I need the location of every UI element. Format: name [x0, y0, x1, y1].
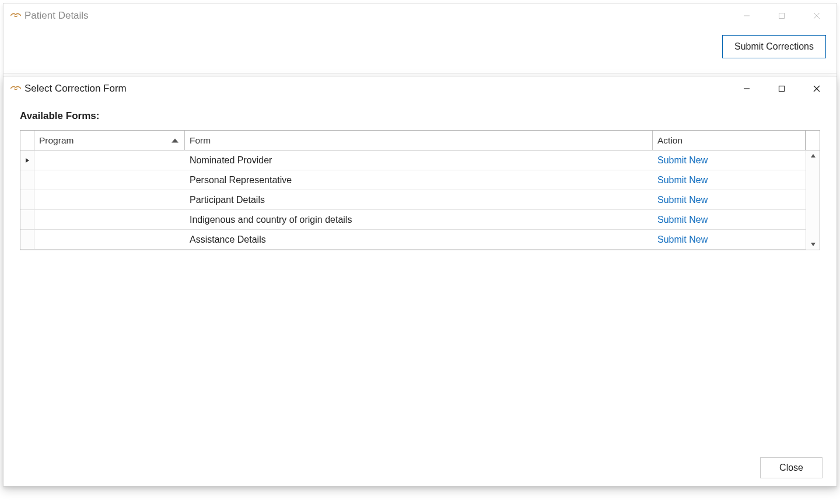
- modal-body: Available Forms: Program Form Action: [4, 101, 836, 450]
- close-button[interactable]: Close: [760, 457, 822, 478]
- svg-marker-10: [811, 243, 816, 246]
- submit-new-link[interactable]: Submit New: [657, 175, 708, 186]
- table-row: Indigenous and country of origin details…: [20, 210, 820, 230]
- column-header-form-label: Form: [190, 135, 211, 146]
- cell-action: Submit New: [653, 230, 806, 249]
- select-correction-form-titlebar: Select Correction Form: [4, 76, 836, 101]
- close-button-outer[interactable]: [799, 4, 834, 27]
- cell-program: [34, 210, 185, 229]
- grid-header-indicator: [20, 131, 34, 150]
- cell-form: Assistance Details: [185, 230, 653, 249]
- table-row: Assistance Details Submit New: [20, 230, 820, 250]
- minimize-button-outer[interactable]: [729, 4, 764, 27]
- row-indicator: [20, 210, 34, 229]
- submit-new-link[interactable]: Submit New: [657, 235, 708, 245]
- submit-new-link[interactable]: Submit New: [657, 195, 708, 205]
- column-header-program-label: Program: [39, 135, 74, 146]
- select-correction-form-window: Select Correction Form Available Forms:: [3, 76, 837, 487]
- available-forms-label: Available Forms:: [20, 110, 820, 122]
- cell-program: [34, 190, 185, 209]
- cell-action: Submit New: [653, 170, 806, 190]
- patient-details-toolbar: Submit Corrections: [4, 28, 836, 74]
- modal-window-controls: [729, 77, 834, 100]
- cell-form: Indigenous and country of origin details: [185, 210, 653, 229]
- app-bird-icon: [10, 12, 21, 20]
- patient-details-title: Patient Details: [24, 10, 729, 22]
- row-indicator: [20, 190, 34, 209]
- submit-corrections-button[interactable]: Submit Corrections: [722, 35, 826, 58]
- svg-rect-5: [779, 86, 785, 92]
- row-indicator: [20, 170, 34, 190]
- table-row: Nominated Provider Submit New: [20, 150, 820, 170]
- table-row: Participant Details Submit New: [20, 190, 820, 210]
- svg-rect-1: [779, 13, 785, 19]
- grid-header-row: Program Form Action: [20, 131, 820, 150]
- forms-grid: Program Form Action Nominated Provider: [20, 130, 820, 250]
- modal-footer: Close: [4, 450, 836, 486]
- maximize-button-modal[interactable]: [764, 77, 799, 100]
- row-indicator-icon: [20, 150, 34, 170]
- cell-action: Submit New: [653, 190, 806, 209]
- table-row: Personal Representative Submit New: [20, 170, 820, 190]
- cell-form: Participant Details: [185, 190, 653, 209]
- grid-header-scroll-stub: [806, 131, 820, 150]
- submit-new-link[interactable]: Submit New: [657, 155, 708, 166]
- svg-marker-8: [26, 158, 29, 163]
- svg-marker-9: [811, 154, 816, 158]
- scroll-down-icon[interactable]: [806, 239, 820, 250]
- minimize-button-modal[interactable]: [729, 77, 764, 100]
- cell-program: [34, 150, 185, 170]
- patient-details-titlebar: Patient Details: [4, 4, 836, 28]
- modal-title: Select Correction Form: [24, 83, 729, 94]
- cell-action: Submit New: [653, 210, 806, 229]
- submit-new-link[interactable]: Submit New: [657, 215, 708, 225]
- column-header-program[interactable]: Program: [34, 131, 185, 150]
- column-header-action-label: Action: [657, 135, 682, 146]
- scroll-up-icon[interactable]: [806, 150, 820, 161]
- patient-details-window-controls: [729, 4, 834, 27]
- cell-action: Submit New: [653, 150, 806, 170]
- app-bird-icon: [10, 85, 21, 93]
- column-header-action[interactable]: Action: [653, 131, 806, 150]
- maximize-button-outer[interactable]: [764, 4, 799, 27]
- cell-program: [34, 230, 185, 249]
- cell-form: Nominated Provider: [185, 150, 653, 170]
- column-header-form[interactable]: Form: [185, 131, 653, 150]
- grid-body: Nominated Provider Submit New Personal R…: [20, 150, 820, 250]
- close-button-modal[interactable]: [799, 77, 834, 100]
- cell-program: [34, 170, 185, 190]
- row-indicator: [20, 230, 34, 249]
- cell-form: Personal Representative: [185, 170, 653, 190]
- grid-vertical-scrollbar[interactable]: [806, 150, 820, 250]
